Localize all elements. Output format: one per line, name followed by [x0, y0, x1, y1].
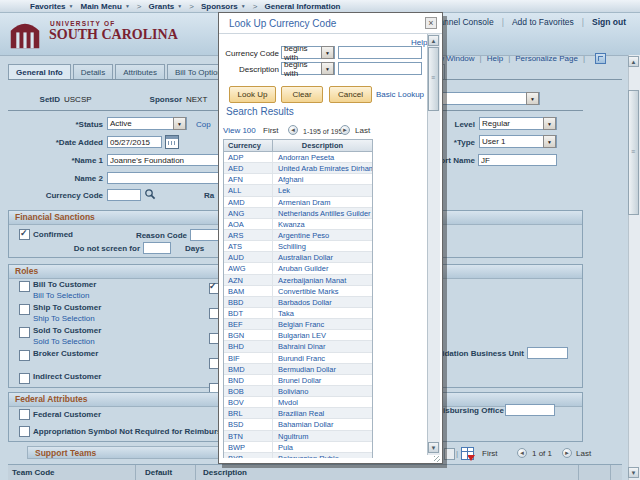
- header-link[interactable]: Add to Favorites: [494, 17, 574, 27]
- close-icon[interactable]: ×: [425, 17, 437, 29]
- currency-code-cell[interactable]: BWP: [224, 442, 273, 452]
- breadcrumb-item[interactable]: General Information: [264, 2, 340, 11]
- currency-row[interactable]: AWG Aruban Guilder: [224, 263, 372, 274]
- type-select[interactable]: User 1▼: [479, 135, 557, 148]
- currency-description-cell[interactable]: Bermudian Dollar: [273, 364, 372, 374]
- currency-description-cell[interactable]: Bulgarian LEV: [273, 330, 372, 340]
- resize-grip[interactable]: [434, 456, 440, 462]
- currency-code-cell[interactable]: ARS: [224, 230, 273, 240]
- currency-description-cell[interactable]: Netherlands Antilles Guilder: [273, 208, 372, 218]
- results-next-icon[interactable]: ►: [340, 125, 350, 135]
- dropdown-arrow-icon[interactable]: ▼: [173, 117, 186, 130]
- breadcrumb-item[interactable]: Grants ▼ >: [149, 2, 194, 11]
- currency-description-cell[interactable]: Brunei Dollar: [273, 375, 372, 385]
- currency-description-cell[interactable]: Ngultrum: [273, 431, 372, 441]
- currency-row[interactable]: BBD Barbados Dollar: [224, 297, 372, 308]
- dropdown-arrow-icon[interactable]: ▼: [321, 46, 334, 59]
- currency-code-cell[interactable]: AUD: [224, 252, 273, 262]
- currency-description-cell[interactable]: Afghani: [273, 174, 372, 184]
- currency-row[interactable]: AFN Afghani: [224, 174, 372, 185]
- currency-description-cell[interactable]: Lek: [273, 185, 372, 195]
- currency-description-cell[interactable]: Australian Dollar: [273, 252, 372, 262]
- currency-code-cell[interactable]: ADP: [224, 152, 273, 162]
- role-selection-link[interactable]: Bill To Selection: [33, 290, 189, 301]
- currency-row[interactable]: BSD Bahamian Dollar: [224, 419, 372, 430]
- confirmed-checkbox[interactable]: [19, 229, 30, 240]
- multichannel-console-icon[interactable]: [595, 53, 606, 64]
- find-icon[interactable]: [444, 448, 455, 460]
- utility-link[interactable]: Help: [475, 54, 504, 63]
- results-first-label[interactable]: First: [263, 126, 279, 136]
- currency-code-cell[interactable]: BYB: [224, 453, 273, 458]
- currency-row[interactable]: BGN Bulgarian LEV: [224, 330, 372, 341]
- currency-row[interactable]: AOA Kwanza: [224, 219, 372, 230]
- currency-row[interactable]: ATS Schilling: [224, 241, 372, 252]
- currency-code-cell[interactable]: BIF: [224, 353, 273, 363]
- role-selection-link[interactable]: [33, 359, 189, 370]
- currency-code-cell[interactable]: BBD: [224, 297, 273, 307]
- currency-row[interactable]: ARS Argentine Peso: [224, 230, 372, 241]
- currency-row[interactable]: BDT Taka: [224, 308, 372, 319]
- name1-input[interactable]: [107, 154, 219, 166]
- modal-scrollbar-thumb[interactable]: [428, 47, 439, 111]
- scroll-down-icon[interactable]: ▼: [628, 467, 639, 478]
- currency-description-cell[interactable]: Belarussian Ruble: [273, 453, 372, 458]
- currency-code-cell[interactable]: AMD: [224, 197, 273, 207]
- currency-description-cell[interactable]: Brazilian Real: [273, 408, 372, 418]
- currency-code-cell[interactable]: ALL: [224, 185, 273, 195]
- currency-row[interactable]: ALL Lek: [224, 185, 372, 196]
- clear-button[interactable]: Clear: [281, 86, 323, 103]
- role-checkbox[interactable]: [19, 373, 30, 384]
- scroll-up-icon[interactable]: ▲: [628, 56, 639, 67]
- currency-code-cell[interactable]: AWG: [224, 263, 273, 273]
- view-100-link[interactable]: View 100: [223, 126, 256, 136]
- utility-link[interactable]: Personalize Page: [503, 54, 578, 63]
- results-last-label[interactable]: Last: [355, 126, 370, 136]
- currency-description-cell[interactable]: Taka: [273, 308, 372, 318]
- currency-row[interactable]: BIF Burundi Franc: [224, 353, 372, 364]
- currency-description-cell[interactable]: Belgian Franc: [273, 319, 372, 329]
- grid-last-label[interactable]: Last: [576, 449, 591, 459]
- currency-row[interactable]: BMD Bermudian Dollar: [224, 364, 372, 375]
- grid-next-icon[interactable]: ►: [562, 448, 572, 458]
- copy-link-fragment[interactable]: Cop: [196, 120, 211, 130]
- role-checkbox[interactable]: [19, 350, 30, 361]
- modal-description-input[interactable]: [338, 62, 422, 75]
- dropdown-arrow-icon[interactable]: ▼: [321, 62, 334, 75]
- tab[interactable]: General Info: [8, 64, 71, 79]
- currency-code-cell[interactable]: BEF: [224, 319, 273, 329]
- breadcrumb-item[interactable]: Sponsors ▼ >: [201, 2, 258, 11]
- short-name-input[interactable]: [478, 154, 557, 166]
- grid-first-label[interactable]: First: [482, 449, 498, 459]
- role-selection-link[interactable]: Sold To Selection: [33, 336, 189, 347]
- name2-input[interactable]: [107, 172, 219, 184]
- currency-code-cell[interactable]: AOA: [224, 219, 273, 229]
- currency-code-cell[interactable]: BOB: [224, 386, 273, 396]
- header-link[interactable]: Sign out: [574, 17, 626, 27]
- currency-description-cell[interactable]: Aruban Guilder: [273, 263, 372, 273]
- currency-code-operator-select[interactable]: begins with▼: [281, 46, 335, 59]
- currency-code-cell[interactable]: BAM: [224, 286, 273, 296]
- role-selection-link[interactable]: Ship To Selection: [33, 313, 189, 324]
- federal-customer-checkbox[interactable]: [19, 409, 30, 420]
- currency-description-cell[interactable]: United Arab Emirates Dirham: [273, 163, 372, 173]
- currency-row[interactable]: AZN Azerbaijanian Manat: [224, 275, 372, 286]
- currency-description-cell[interactable]: Bahamian Dollar: [273, 419, 372, 429]
- cancel-button[interactable]: Cancel: [329, 86, 372, 103]
- calendar-icon[interactable]: [165, 135, 179, 149]
- role-checkbox[interactable]: [19, 281, 30, 292]
- role-checkbox[interactable]: [19, 304, 30, 315]
- currency-description-cell[interactable]: Convertible Marks: [273, 286, 372, 296]
- tab[interactable]: Attributes: [115, 64, 165, 79]
- role-checkbox[interactable]: [19, 327, 30, 338]
- currency-description-cell[interactable]: Schilling: [273, 241, 372, 251]
- currency-row[interactable]: BAM Convertible Marks: [224, 286, 372, 297]
- currency-code-cell[interactable]: BOV: [224, 397, 273, 407]
- currency-description-cell[interactable]: Boliviano: [273, 386, 372, 396]
- currency-description-cell[interactable]: Armenian Dram: [273, 197, 372, 207]
- currency-row[interactable]: BND Brunei Dollar: [224, 375, 372, 386]
- currency-code-cell[interactable]: AZN: [224, 275, 273, 285]
- currency-row[interactable]: BOB Boliviano: [224, 386, 372, 397]
- currency-row[interactable]: AED United Arab Emirates Dirham: [224, 163, 372, 174]
- currency-code-cell[interactable]: BMD: [224, 364, 273, 374]
